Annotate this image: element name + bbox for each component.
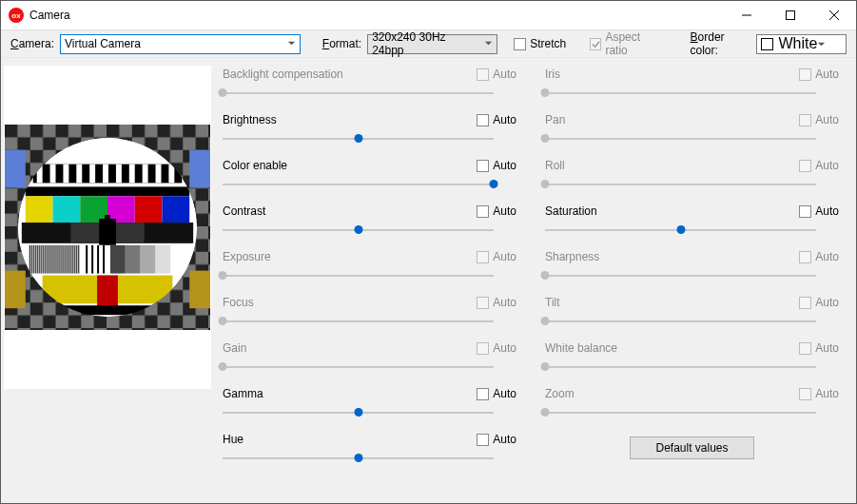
slider-label: Exposure xyxy=(223,250,477,263)
slider-label: Color enable xyxy=(223,159,477,172)
auto-label: Auto xyxy=(493,159,516,172)
auto-label: Auto xyxy=(815,159,839,172)
auto-checkbox-saturation[interactable]: Auto xyxy=(799,204,839,218)
slider-track-gain xyxy=(223,360,494,374)
slider-label: Gamma xyxy=(223,387,477,400)
aspect-ratio-checkbox: Aspect ratio xyxy=(590,30,661,57)
checkbox-icon xyxy=(799,251,811,263)
checkbox-icon xyxy=(799,297,811,309)
window-titlebar: ox Camera xyxy=(1,1,856,29)
slider-track-zoom xyxy=(545,406,816,419)
slider-focus: FocusAuto xyxy=(223,294,516,339)
chevron-down-icon xyxy=(484,37,493,50)
slider-track-brightness[interactable] xyxy=(223,132,494,145)
slider-track-hue[interactable] xyxy=(223,452,494,465)
auto-label: Auto xyxy=(493,204,516,218)
auto-checkbox-iris: Auto xyxy=(799,68,839,81)
auto-checkbox-brightness[interactable]: Auto xyxy=(477,113,516,126)
slider-zoom: ZoomAuto xyxy=(545,385,839,431)
slider-label: Tilt xyxy=(545,296,799,309)
checkbox-icon xyxy=(799,114,811,126)
auto-label: Auto xyxy=(815,204,839,218)
slider-track-gamma[interactable] xyxy=(223,406,494,419)
auto-label: Auto xyxy=(493,433,516,446)
auto-label: Auto xyxy=(815,250,839,263)
slider-backlight: Backlight compensationAuto xyxy=(223,66,516,111)
auto-checkbox-exposure: Auto xyxy=(477,250,516,263)
auto-checkbox-colorenable[interactable]: Auto xyxy=(477,159,516,172)
slider-label: Saturation xyxy=(545,204,799,218)
slider-colorenable: Color enableAuto xyxy=(223,157,516,203)
slider-iris: IrisAuto xyxy=(545,66,839,111)
auto-label: Auto xyxy=(493,68,516,81)
auto-label: Auto xyxy=(493,296,516,309)
camera-label: Camera: xyxy=(10,37,54,50)
slider-track-colorenable[interactable] xyxy=(223,178,494,191)
slider-track-roll xyxy=(545,178,816,191)
slider-hue: HueAuto xyxy=(223,431,516,476)
auto-checkbox-backlight: Auto xyxy=(477,68,516,81)
slider-exposure: ExposureAuto xyxy=(223,248,516,294)
auto-checkbox-zoom: Auto xyxy=(799,387,839,400)
slider-label: Zoom xyxy=(545,387,799,400)
slider-brightness: BrightnessAuto xyxy=(223,111,516,157)
slider-label: Brightness xyxy=(223,113,477,126)
slider-tilt: TiltAuto xyxy=(545,294,839,339)
format-value: 320x240 30Hz 24bpp xyxy=(372,30,478,57)
auto-checkbox-gamma[interactable]: Auto xyxy=(477,387,516,400)
maximize-button[interactable] xyxy=(769,1,812,29)
camera-preview xyxy=(4,66,211,389)
slider-label: Sharpness xyxy=(545,250,799,263)
slider-label: White balance xyxy=(545,341,799,355)
checkbox-icon xyxy=(477,205,489,218)
auto-label: Auto xyxy=(815,387,839,400)
svg-rect-86 xyxy=(189,271,210,309)
auto-checkbox-hue[interactable]: Auto xyxy=(477,433,516,446)
slider-pan: PanAuto xyxy=(545,111,839,157)
auto-label: Auto xyxy=(815,113,839,126)
camera-select[interactable]: Virtual Camera xyxy=(60,34,301,54)
auto-label: Auto xyxy=(493,341,516,355)
sliders-column-left: Backlight compensationAutoBrightnessAuto… xyxy=(223,66,516,503)
slider-track-saturation[interactable] xyxy=(545,223,816,237)
border-color-value: White xyxy=(778,35,817,52)
auto-checkbox-sharpness: Auto xyxy=(799,250,839,263)
auto-label: Auto xyxy=(815,296,839,309)
slider-label: Hue xyxy=(223,433,477,446)
auto-label: Auto xyxy=(493,113,516,126)
auto-checkbox-contrast[interactable]: Auto xyxy=(477,204,516,218)
app-icon: ox xyxy=(9,8,24,23)
checkbox-icon xyxy=(477,160,489,172)
slider-label: Pan xyxy=(545,113,799,126)
checkbox-icon xyxy=(477,68,489,81)
slider-track-tilt xyxy=(545,315,816,328)
test-pattern-image xyxy=(5,124,210,331)
aspect-label: Aspect ratio xyxy=(605,30,661,57)
svg-rect-84 xyxy=(189,150,210,188)
border-color-select[interactable]: White xyxy=(756,34,847,54)
slider-label: Iris xyxy=(545,68,799,81)
checkbox-icon xyxy=(590,38,601,50)
auto-label: Auto xyxy=(815,68,839,81)
svg-rect-82 xyxy=(5,125,210,330)
format-select[interactable]: 320x240 30Hz 24bpp xyxy=(367,34,497,54)
slider-whitebal: White balanceAuto xyxy=(545,339,839,385)
slider-roll: RollAuto xyxy=(545,157,839,203)
default-values-button[interactable]: Default values xyxy=(630,436,753,459)
stretch-checkbox[interactable]: Stretch xyxy=(514,37,566,50)
close-button[interactable] xyxy=(812,1,856,29)
slider-track-iris xyxy=(545,87,816,100)
auto-checkbox-gain: Auto xyxy=(477,341,516,355)
camera-value: Virtual Camera xyxy=(65,37,141,50)
slider-track-backlight xyxy=(223,87,494,100)
border-color-label: Border color: xyxy=(691,30,751,57)
main-area: Backlight compensationAutoBrightnessAuto… xyxy=(1,58,856,503)
slider-gamma: GammaAuto xyxy=(223,385,516,431)
minimize-button[interactable] xyxy=(725,1,769,29)
slider-track-pan xyxy=(545,132,816,145)
toolbar: Camera: Virtual Camera Format: 320x240 3… xyxy=(1,29,856,58)
slider-track-contrast[interactable] xyxy=(223,223,494,237)
checkbox-icon xyxy=(799,160,811,172)
auto-checkbox-whitebal: Auto xyxy=(799,341,839,355)
chevron-down-icon xyxy=(287,37,296,50)
